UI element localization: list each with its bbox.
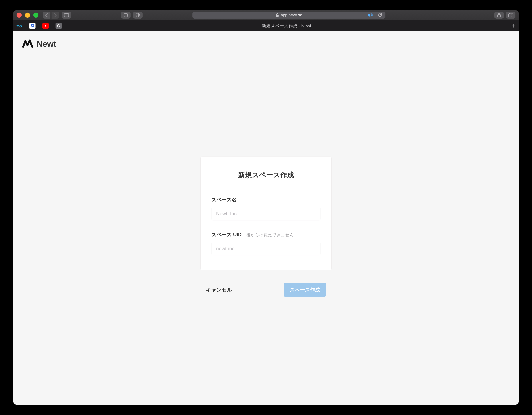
extension-button[interactable]: [121, 12, 131, 19]
space-name-input[interactable]: [212, 207, 320, 221]
space-uid-label: スペース UID: [212, 231, 242, 238]
lock-icon: [276, 13, 279, 17]
url-host: app.newt.so: [281, 13, 302, 18]
back-button[interactable]: [43, 12, 50, 19]
svg-point-7: [20, 25, 21, 27]
pinned-tab-4[interactable]: G: [52, 20, 65, 31]
form-title: 新規スペース作成: [212, 170, 320, 180]
sidebar-toggle-button[interactable]: [62, 12, 71, 19]
sound-icon[interactable]: [368, 13, 373, 17]
page-content: Newt 新規スペース作成 スペース名 スペース UID 後からは変更できません: [13, 31, 519, 405]
form-actions: キャンセル スペース作成: [200, 283, 332, 297]
space-name-field: スペース名: [212, 196, 320, 221]
space-name-label: スペース名: [212, 196, 237, 203]
space-uid-hint: 後からは変更できません: [246, 232, 294, 238]
close-window-button[interactable]: [17, 13, 22, 18]
svg-rect-0: [64, 13, 69, 17]
space-uid-field: スペース UID 後からは変更できません: [212, 231, 320, 255]
cancel-button[interactable]: キャンセル: [206, 286, 232, 293]
create-space-card: 新規スペース作成 スペース名 スペース UID 後からは変更できません: [200, 157, 332, 270]
address-bar[interactable]: app.newt.so: [192, 12, 385, 19]
tab-strip: G 新規スペース作成 - Newt: [13, 20, 519, 31]
fullscreen-window-button[interactable]: [33, 13, 38, 18]
newt-logo-icon: [22, 39, 34, 48]
share-button[interactable]: [494, 12, 504, 19]
pinned-tab-2[interactable]: [26, 20, 39, 31]
tabs-overview-button[interactable]: [506, 12, 515, 19]
forward-button[interactable]: [52, 12, 59, 19]
reload-icon[interactable]: [378, 13, 382, 17]
nav-buttons: [43, 12, 59, 19]
pinned-tab-3[interactable]: [39, 20, 52, 31]
form-wrapper: 新規スペース作成 スペース名 スペース UID 後からは変更できません キ: [200, 157, 332, 297]
svg-rect-3: [276, 15, 279, 17]
minimize-window-button[interactable]: [25, 13, 30, 18]
brand[interactable]: Newt: [22, 39, 56, 49]
svg-point-6: [17, 25, 19, 27]
pinned-tab-1[interactable]: [13, 20, 26, 31]
brand-name: Newt: [37, 39, 56, 49]
new-tab-button[interactable]: [508, 20, 519, 31]
privacy-shield-button[interactable]: [133, 12, 142, 19]
space-uid-input[interactable]: [212, 242, 320, 255]
titlebar: app.newt.so: [13, 10, 519, 20]
tab-title: 新規スペース作成 - Newt: [262, 23, 311, 29]
titlebar-right: [494, 12, 515, 19]
svg-rect-5: [509, 14, 512, 17]
create-space-button[interactable]: スペース作成: [284, 283, 326, 297]
active-tab[interactable]: 新規スペース作成 - Newt: [65, 20, 508, 31]
browser-window: app.newt.so G 新規スペース作成 - Newt: [13, 10, 519, 405]
window-controls: [17, 13, 38, 18]
